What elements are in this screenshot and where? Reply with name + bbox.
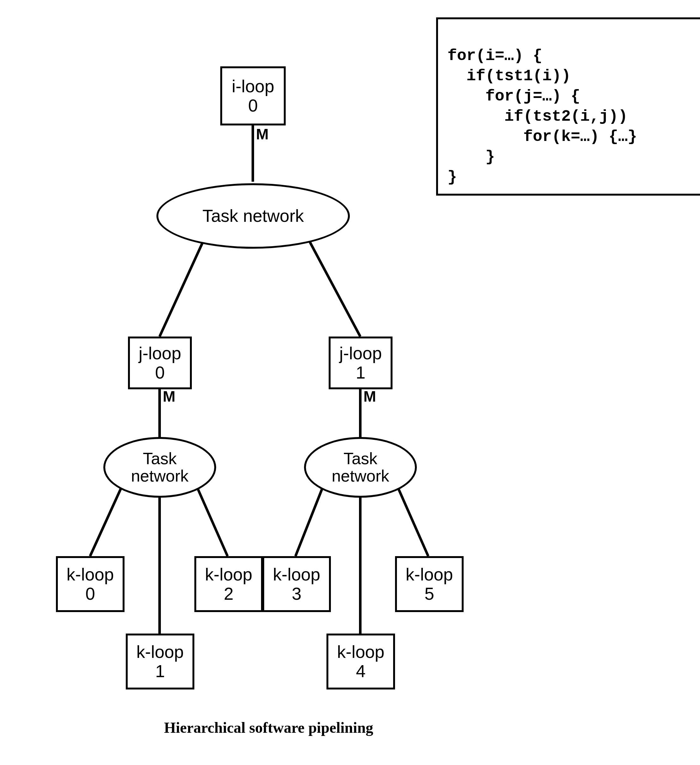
svg-line-7 <box>197 488 227 556</box>
code-line: for(i=…) { <box>448 47 542 65</box>
node-j-loop-0: j-loop 0 <box>128 337 192 389</box>
diagram-canvas: for(i=…) { if(tst1(i)) for(j=…) { if(tst… <box>0 0 700 765</box>
node-index: 0 <box>248 96 258 115</box>
task-network-right: Task network <box>304 437 417 498</box>
ellipse-label: Task <box>344 450 377 468</box>
node-index: 3 <box>292 584 301 603</box>
figure-caption: Hierarchical software pipelining <box>0 719 537 736</box>
ellipse-label: Task <box>143 450 177 468</box>
m-label-top: M <box>256 126 269 143</box>
node-index: 4 <box>356 662 366 681</box>
code-line: if(tst1(i)) <box>448 67 571 85</box>
svg-line-1 <box>159 243 202 337</box>
task-network-left: Task network <box>103 437 216 498</box>
node-k-loop-4: k-loop 4 <box>326 634 395 689</box>
svg-line-5 <box>90 488 121 556</box>
node-i-loop-0: i-loop 0 <box>220 66 286 126</box>
node-j-loop-1: j-loop 1 <box>329 337 393 389</box>
ellipse-label: network <box>331 468 389 485</box>
node-label: j-loop <box>139 344 181 363</box>
node-label: k-loop <box>205 565 252 584</box>
node-k-loop-1: k-loop 1 <box>126 634 194 689</box>
code-snippet-box: for(i=…) { if(tst1(i)) for(j=…) { if(tst… <box>436 17 700 195</box>
node-label: k-loop <box>273 565 320 584</box>
node-label: k-loop <box>137 642 184 662</box>
ellipse-label: Task network <box>203 207 304 225</box>
svg-line-2 <box>310 242 360 337</box>
node-index: 5 <box>424 584 434 603</box>
node-index: 1 <box>155 662 165 681</box>
node-label: j-loop <box>339 344 382 363</box>
node-k-loop-0: k-loop 0 <box>56 556 125 612</box>
node-label: k-loop <box>406 565 453 584</box>
m-label-j1: M <box>363 388 376 405</box>
task-network-top: Task network <box>156 183 350 249</box>
node-index: 1 <box>356 363 366 382</box>
code-line: for(j=…) { <box>448 87 580 105</box>
node-index: 0 <box>85 584 95 603</box>
node-index: 0 <box>155 363 165 382</box>
node-k-loop-5: k-loop 5 <box>395 556 464 612</box>
code-line: for(k=…) {…} <box>448 128 637 146</box>
code-line: } <box>448 148 495 166</box>
svg-line-8 <box>295 488 322 556</box>
node-index: 2 <box>224 584 233 603</box>
node-k-loop-2: k-loop 2 <box>194 556 263 612</box>
ellipse-label: network <box>131 468 188 485</box>
svg-line-10 <box>398 488 428 556</box>
node-label: k-loop <box>337 642 385 662</box>
code-line: } <box>448 168 457 186</box>
m-label-j0: M <box>163 388 175 405</box>
node-label: i-loop <box>232 77 274 96</box>
code-line: if(tst2(i,j)) <box>448 107 627 126</box>
node-label: k-loop <box>67 565 114 584</box>
node-k-loop-3: k-loop 3 <box>262 556 331 612</box>
